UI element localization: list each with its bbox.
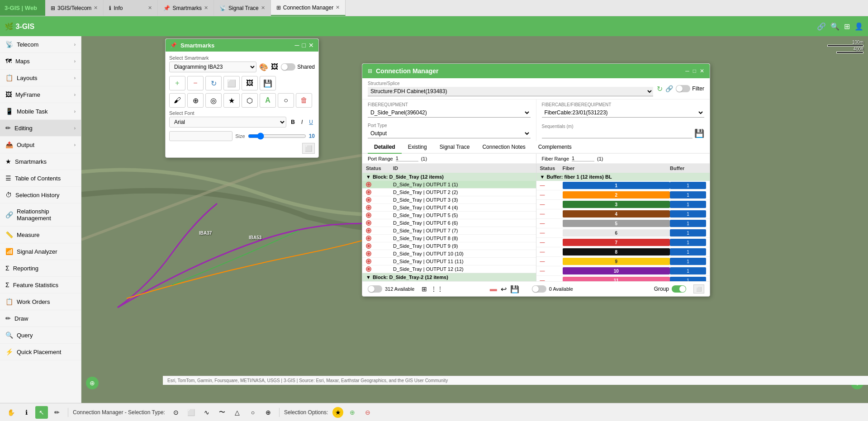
- tab-complements[interactable]: Complements: [532, 141, 578, 154]
- right-table-scroll[interactable]: ▼ Buffer: fiber 1 (12 items) BL — 1 1 —: [536, 173, 710, 281]
- image-btn[interactable]: 🖼: [242, 76, 258, 90]
- table-row[interactable]: D_Side_Tray | OUTPUT 8 (8): [362, 235, 536, 242]
- add-btn[interactable]: +: [169, 76, 185, 90]
- toggle-control[interactable]: [281, 63, 295, 71]
- italic-btn[interactable]: I: [299, 118, 304, 126]
- sequentials-input[interactable]: [542, 130, 693, 138]
- select-tool-btn[interactable]: ↖: [35, 406, 48, 419]
- fiberequipment-select[interactable]: D_Side_Panel(396042): [368, 108, 531, 118]
- group-toggle[interactable]: [672, 285, 686, 293]
- sidebar-item-telecom[interactable]: 📡 Telecom ›: [0, 36, 81, 53]
- image-upload-icon[interactable]: 🖼: [271, 63, 278, 71]
- sidebar-item-selection-history[interactable]: ⏱ Selection History: [0, 187, 81, 203]
- remove-option-btn[interactable]: ⊖: [361, 406, 374, 419]
- search-icon[interactable]: 🔍: [830, 22, 840, 31]
- freehand-btn[interactable]: 〜: [216, 406, 228, 419]
- table-row[interactable]: D_Side_Tray | OUTPUT 10 (10): [362, 250, 536, 258]
- fiber-row[interactable]: — 2 1: [536, 190, 710, 200]
- color-picker-icon[interactable]: 🎨: [259, 63, 268, 71]
- ellipse-btn[interactable]: ○: [278, 93, 294, 108]
- cm-minimize-icon[interactable]: ─: [685, 68, 689, 74]
- table-row[interactable]: D_Side_Tray | OUTPUT 6 (6): [362, 219, 536, 227]
- fiber-row[interactable]: — 7 1: [536, 238, 710, 247]
- sidebar-item-relationship-management[interactable]: 🔗 Relationship Management: [0, 203, 81, 227]
- fiber-row[interactable]: — 10 1: [536, 266, 710, 276]
- bold-btn[interactable]: B: [289, 118, 297, 126]
- pan-tool-btn[interactable]: ✋: [5, 406, 17, 419]
- fiber-row[interactable]: — 11 1: [536, 276, 710, 281]
- tab-close-smartmarks[interactable]: ✕: [204, 5, 208, 11]
- table-row[interactable]: D_Side_Tray | OUTPUT 2 (2): [362, 189, 536, 196]
- save-btn[interactable]: 💾: [260, 76, 276, 90]
- underline-btn[interactable]: U: [307, 118, 315, 126]
- sidebar-item-query[interactable]: 🔍 Query: [0, 327, 81, 344]
- tab-3gis-telecom[interactable]: ⊞ 3GIS/Telecom ✕: [45, 0, 104, 16]
- tab-signal-trace[interactable]: Signal Trace: [433, 141, 476, 154]
- port-type-select[interactable]: Output: [368, 129, 531, 138]
- info-tool-btn[interactable]: ℹ: [20, 406, 33, 419]
- fiber-row[interactable]: — 3 1: [536, 200, 710, 209]
- grid-view-icon[interactable]: ⊞: [422, 285, 427, 293]
- expand-icon[interactable]: ⬜: [693, 284, 704, 293]
- refresh-btn[interactable]: ↻: [205, 76, 222, 90]
- cm-close-icon[interactable]: ✕: [700, 68, 704, 74]
- locator-button[interactable]: ⊕: [86, 377, 99, 389]
- structure-select[interactable]: Structure:FDH Cabinet(193483): [368, 87, 653, 96]
- polygon-btn[interactable]: ⬡: [242, 93, 258, 108]
- tab-close-signal[interactable]: ✕: [261, 5, 265, 11]
- sidebar-item-measure[interactable]: 📏 Measure: [0, 227, 81, 243]
- size-slider[interactable]: [248, 132, 306, 140]
- refresh-structure-icon[interactable]: ↻: [657, 85, 663, 93]
- sidebar-item-reporting[interactable]: Σ Reporting: [0, 260, 81, 277]
- fiber-row[interactable]: — 6 1: [536, 228, 710, 238]
- fiber-row[interactable]: — 5 1: [536, 219, 710, 228]
- cm-expand-btn[interactable]: ⬜: [693, 284, 704, 293]
- text-a-btn[interactable]: A: [260, 93, 276, 108]
- save-left-icon[interactable]: 💾: [510, 285, 519, 293]
- circle-target-btn[interactable]: ◎: [205, 93, 222, 108]
- sidebar-item-quick-placement[interactable]: ⚡ Quick Placement: [0, 344, 81, 360]
- cm-maximize-icon[interactable]: □: [693, 68, 696, 74]
- link-icon[interactable]: 🔗: [817, 22, 826, 31]
- table-row[interactable]: D_Side_Tray | OUTPUT 12 (12): [362, 265, 536, 273]
- close-icon[interactable]: ✕: [308, 42, 314, 49]
- tab-close-cm[interactable]: ✕: [336, 5, 340, 10]
- arc-icon[interactable]: ↩: [501, 285, 507, 293]
- sidebar-item-maps[interactable]: 🗺 Maps ›: [0, 53, 81, 70]
- node-btn[interactable]: ⊕: [187, 93, 204, 108]
- tab-connection-manager[interactable]: ⊞ Connection Manager ✕: [271, 0, 346, 16]
- polyline-btn[interactable]: ∿: [200, 406, 213, 419]
- brush-btn[interactable]: 🖌: [169, 93, 185, 108]
- square-btn[interactable]: ⬜: [223, 76, 240, 90]
- table-row[interactable]: D_Side_Tray | OUTPUT 11 (11): [362, 258, 536, 265]
- fibercable-select[interactable]: FiberCable:23/01(531223): [542, 108, 705, 118]
- sidebar-item-mobile-task[interactable]: 📱 Mobile Task ›: [0, 103, 81, 120]
- tab-close-telecom[interactable]: ✕: [94, 5, 98, 11]
- sidebar-item-work-orders[interactable]: 📋 Work Orders: [0, 293, 81, 310]
- filter-toggle-ctrl[interactable]: [676, 85, 690, 92]
- fiber-row[interactable]: — 4 1: [536, 209, 710, 219]
- grid-icon[interactable]: ⊞: [844, 22, 850, 31]
- sidebar-item-draw[interactable]: ✏ Draw: [0, 310, 81, 327]
- smartmark-dropdown[interactable]: Diagramming IBA23: [169, 61, 256, 72]
- save-sequentials-icon[interactable]: 💾: [694, 128, 704, 138]
- sidebar-item-table-of-contents[interactable]: ☰ Table of Contents: [0, 170, 81, 187]
- tab-detailed[interactable]: Detailed: [368, 141, 402, 154]
- ellipse-btn-bar[interactable]: ○: [247, 406, 259, 419]
- star-btn[interactable]: ★: [223, 93, 240, 108]
- sidebar-item-feature-statistics[interactable]: Σ Feature Statistics: [0, 277, 81, 293]
- shared-toggle[interactable]: Shared: [281, 63, 315, 71]
- port-range-from[interactable]: [396, 156, 418, 161]
- expand-panel-btn[interactable]: ⬜: [302, 143, 315, 154]
- table-row[interactable]: D_Side_Tray | OUTPUT 3 (3): [362, 196, 536, 204]
- sidebar-item-myframe[interactable]: 🖼 MyFrame ›: [0, 86, 81, 103]
- star-option-btn[interactable]: ★: [332, 407, 343, 418]
- table-row[interactable]: D_Side_Tray | OUTPUT 5 (5): [362, 212, 536, 219]
- tab-close-info[interactable]: ✕: [148, 5, 152, 11]
- filter-toggle[interactable]: Filter: [676, 85, 704, 92]
- left-available-toggle[interactable]: [368, 285, 382, 293]
- circle-select-btn[interactable]: ⊙: [170, 406, 182, 419]
- sidebar-item-signal-analyzer[interactable]: 📶 Signal Analyzer: [0, 243, 81, 260]
- tab-connection-notes[interactable]: Connection Notes: [476, 141, 531, 154]
- maximize-icon[interactable]: □: [302, 42, 306, 49]
